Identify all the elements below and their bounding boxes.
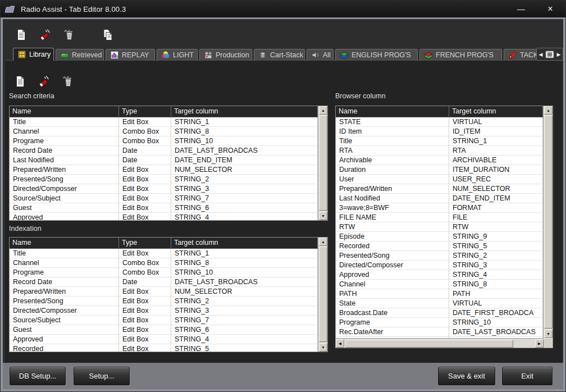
table-row[interactable]: Last NodifiedDATE_END_ITEM bbox=[336, 194, 543, 203]
table-row[interactable]: RecordedSTRING_5 bbox=[336, 241, 543, 251]
tab-french-prog-s[interactable]: FRENCH PROG'S bbox=[419, 49, 502, 61]
tab-replay[interactable]: REPLAY bbox=[106, 49, 155, 61]
table-row[interactable]: Last NodifiedDateDATE_END_ITEM bbox=[10, 156, 318, 165]
horizontal-scrollbar[interactable]: ◀▶ bbox=[336, 338, 544, 348]
scroll-up-icon[interactable]: ▲ bbox=[319, 106, 327, 115]
table-row[interactable]: Presented/SongSTRING_2 bbox=[336, 251, 543, 261]
table-row[interactable]: 3=wave;8=BWFFORMAT bbox=[336, 203, 543, 213]
table-row[interactable]: GuestEdit BoxSTRING_6 bbox=[10, 203, 318, 213]
table-row[interactable]: UserUSER_REC bbox=[336, 175, 543, 184]
vertical-scroll-thumb[interactable] bbox=[319, 247, 327, 342]
table-body: STATEVIRTUALID ItemID_ITEMTitleSTRING_1R… bbox=[336, 117, 543, 338]
vertical-scroll-thumb[interactable] bbox=[319, 115, 327, 211]
scroll-down-icon[interactable]: ▼ bbox=[319, 212, 327, 220]
table-row[interactable]: RecordedEdit BoxSTRING_5 bbox=[10, 344, 318, 352]
table-row[interactable]: FILE NAMEFILE bbox=[336, 213, 543, 222]
tab-library[interactable]: Library bbox=[13, 48, 54, 61]
new-document-button[interactable] bbox=[14, 28, 29, 42]
table-row[interactable]: StateVIRTUAL bbox=[336, 299, 543, 308]
table-row[interactable]: Prepared/WrittenEdit BoxNUM_SELECTOR bbox=[10, 287, 318, 297]
table-row[interactable]: Prepared/WrittenNUM_SELECTOR bbox=[336, 184, 543, 194]
column-header[interactable]: Name bbox=[10, 238, 119, 248]
scroll-up-icon[interactable]: ▲ bbox=[319, 238, 327, 246]
table-row[interactable]: Record DateDateDATE_LAST_BROADCAS bbox=[10, 146, 318, 156]
table-row[interactable]: TitleSTRING_1 bbox=[336, 136, 543, 146]
table-row[interactable]: Source/SubjectEdit BoxSTRING_7 bbox=[10, 316, 318, 325]
table-row[interactable]: ChannelCombo BoxSTRING_8 bbox=[10, 127, 318, 136]
vertical-scrollbar[interactable]: ▲▼ bbox=[318, 238, 327, 352]
table-row[interactable]: ChannelSTRING_8 bbox=[336, 280, 543, 289]
column-header[interactable]: Target column bbox=[171, 238, 318, 248]
table-row[interactable]: ArchivableARCHIVABLE bbox=[336, 156, 543, 165]
scroll-down-icon[interactable]: ▼ bbox=[544, 330, 553, 338]
trash-icon bbox=[62, 29, 75, 41]
setup-button[interactable]: Setup... bbox=[74, 367, 130, 385]
table-row[interactable]: Rec.DateAfterDATE_LAST_BROADCAS bbox=[336, 327, 543, 337]
column-header[interactable]: Name bbox=[336, 106, 449, 117]
tab-retrieved[interactable]: Retrieved bbox=[56, 49, 104, 61]
table-row[interactable]: ApprovedEdit BoxSTRING_4 bbox=[10, 213, 318, 220]
column-header[interactable]: Target column bbox=[171, 106, 318, 117]
new-document-button[interactable] bbox=[13, 74, 28, 89]
vertical-scrollbar[interactable]: ▲▼ bbox=[543, 106, 553, 338]
tab-scroll-left-icon[interactable]: ◀ bbox=[538, 52, 544, 57]
tab-production[interactable]: Production bbox=[199, 49, 252, 61]
delete-button[interactable] bbox=[60, 74, 75, 89]
table-row[interactable]: Source/SubjectEdit BoxSTRING_7 bbox=[10, 194, 318, 203]
table-row[interactable]: Directed/ComposserSTRING_3 bbox=[336, 261, 543, 270]
scroll-down-icon[interactable]: ▼ bbox=[319, 343, 327, 352]
cell: STRING_6 bbox=[171, 325, 318, 335]
browser-column-table: NameTarget columnSTATEVIRTUALID ItemID_I… bbox=[335, 106, 553, 348]
table-row[interactable]: PATHPATH bbox=[336, 289, 543, 299]
column-header[interactable]: Target column bbox=[449, 106, 543, 117]
column-header[interactable]: Name bbox=[10, 106, 119, 117]
table-row[interactable]: Directed/ComposserEdit BoxSTRING_3 bbox=[10, 184, 318, 194]
table-row[interactable]: Broadcast.DateDATE_FIRST_BROADCA bbox=[336, 308, 543, 318]
scroll-left-icon[interactable]: ◀ bbox=[336, 339, 344, 348]
delete-button[interactable] bbox=[61, 28, 76, 42]
horizontal-scroll-thumb[interactable] bbox=[345, 340, 513, 348]
table-row[interactable]: ProgrameSTRING_10 bbox=[336, 318, 543, 327]
minimize-button[interactable]: — bbox=[514, 3, 528, 15]
table-row[interactable]: TitleEdit BoxSTRING_1 bbox=[10, 249, 318, 258]
table-row[interactable]: ProgrameCombo BoxSTRING_10 bbox=[10, 136, 318, 146]
copy-button[interactable] bbox=[101, 28, 115, 42]
table-row[interactable]: ID ItemID_ITEM bbox=[336, 127, 543, 136]
tab-scroll-right-icon[interactable]: ▶ bbox=[556, 52, 562, 57]
scroll-up-icon[interactable]: ▲ bbox=[544, 106, 553, 115]
erase-button[interactable] bbox=[38, 28, 52, 42]
vertical-scroll-thumb[interactable] bbox=[544, 115, 553, 329]
tab-tack[interactable]: TACK bbox=[504, 49, 537, 61]
table-row[interactable]: ProgrameCombo BoxSTRING_10 bbox=[10, 268, 318, 277]
close-button[interactable]: × bbox=[543, 3, 558, 15]
column-header[interactable]: Type bbox=[119, 238, 171, 248]
table-row[interactable]: EpisodeSTRING_9 bbox=[336, 232, 543, 241]
tab-list-icon[interactable] bbox=[545, 50, 555, 59]
table-row[interactable]: STATEVIRTUAL bbox=[336, 117, 543, 127]
tab-label: All bbox=[323, 51, 331, 59]
save-exit-button[interactable]: Save & exit bbox=[438, 367, 495, 385]
table-row[interactable]: Directed/ComposserEdit BoxSTRING_3 bbox=[10, 306, 318, 316]
vertical-scrollbar[interactable]: ▲▼ bbox=[318, 106, 327, 220]
tab-light[interactable]: LIGHT bbox=[157, 49, 198, 61]
table-row[interactable]: ApprovedEdit BoxSTRING_4 bbox=[10, 335, 318, 344]
db-setup-button[interactable]: DB Setup... bbox=[10, 367, 66, 385]
table-row[interactable]: Prepared/WrittenEdit BoxNUM_SELECTOR bbox=[10, 165, 318, 175]
table-row[interactable]: ApprovedSTRING_4 bbox=[336, 270, 543, 280]
tab-cart-stack[interactable]: Cart-Stack bbox=[254, 49, 305, 61]
table-row[interactable]: Presented/SongEdit BoxSTRING_2 bbox=[10, 297, 318, 306]
table-row[interactable]: DurationITEM_DURATION bbox=[336, 165, 543, 175]
scroll-right-icon[interactable]: ▶ bbox=[535, 339, 544, 348]
tab-all[interactable]: All bbox=[307, 49, 334, 61]
table-row[interactable]: RTARTA bbox=[336, 146, 543, 156]
table-row[interactable]: Presented/SongEdit BoxSTRING_2 bbox=[10, 175, 318, 184]
table-row[interactable]: TitleEdit BoxSTRING_1 bbox=[10, 117, 318, 127]
table-row[interactable]: GuestEdit BoxSTRING_6 bbox=[10, 325, 318, 335]
table-row[interactable]: Record DateDateDATE_LAST_BROADCAS bbox=[10, 277, 318, 287]
table-row[interactable]: RTWRTW bbox=[336, 222, 543, 232]
column-header[interactable]: Type bbox=[119, 106, 171, 117]
erase-button[interactable] bbox=[36, 74, 51, 89]
table-row[interactable]: ChannelCombo BoxSTRING_8 bbox=[10, 258, 318, 268]
tab-english-prog-s[interactable]: ENGLISH PROG'S bbox=[335, 49, 418, 61]
exit-button[interactable]: Exit bbox=[502, 367, 553, 385]
